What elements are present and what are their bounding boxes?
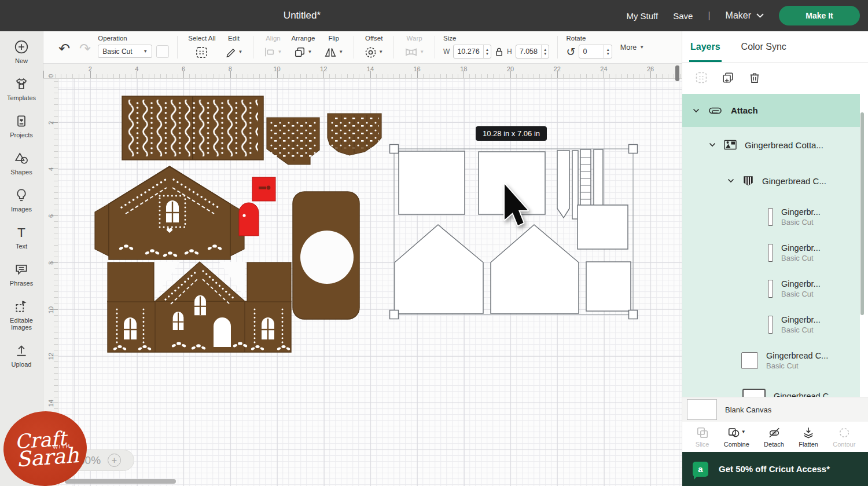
detach-button[interactable]: Detach <box>764 426 784 448</box>
gingerbread-chimney-piece-2[interactable] <box>328 114 381 155</box>
more-button[interactable]: More ▼ <box>620 43 644 52</box>
gingerbread-chimney-piece-1[interactable] <box>267 118 319 165</box>
select-all-button[interactable]: Select All <box>183 31 220 63</box>
arrange-button[interactable]: Arrange ▼ <box>286 31 319 63</box>
white-rect-piece-1[interactable] <box>399 151 465 214</box>
gingerbread-base-piece[interactable] <box>293 192 359 319</box>
width-stepper[interactable]: ▲▼ <box>483 45 491 58</box>
rotate-stepper[interactable]: ▲▼ <box>604 45 611 58</box>
group-row-gingerbread-cottage[interactable]: Gingerbread Cotta... <box>682 127 860 163</box>
lock-icon[interactable] <box>495 47 503 57</box>
horizontal-ruler: 2468101214161820222426 <box>43 64 682 79</box>
shapes-icon <box>14 151 29 166</box>
gingerbread-roof-piece[interactable] <box>122 96 263 160</box>
edit-button[interactable]: Edit ▼ <box>220 31 248 63</box>
layer-row[interactable]: Gingerbread C <box>682 378 860 397</box>
flip-button[interactable]: Flip ▼ <box>319 31 348 63</box>
white-square-piece-1[interactable] <box>578 205 628 249</box>
upload-icon <box>14 343 29 358</box>
gingerbread-gable-piece[interactable] <box>95 166 244 260</box>
machine-select[interactable]: Maker <box>726 10 764 21</box>
selection-handle-bottom-left[interactable] <box>390 310 399 319</box>
height-stepper[interactable]: ▲▼ <box>541 45 549 58</box>
selection-handle-bottom-right[interactable] <box>629 310 638 319</box>
chevron-down-icon[interactable] <box>709 142 716 147</box>
sidebar-item-projects[interactable]: Projects <box>1 114 42 138</box>
combine-button[interactable]: ▼ Combine <box>724 426 749 448</box>
color-swatch[interactable] <box>156 45 169 58</box>
chevron-down-icon[interactable] <box>693 108 700 113</box>
layer-row[interactable]: Gingerbr... Basic Cut <box>682 235 860 271</box>
duplicate-icon[interactable] <box>722 71 734 84</box>
rotate-icon[interactable]: ↺ <box>566 46 575 57</box>
save-link[interactable]: Save <box>673 11 693 21</box>
make-it-button[interactable]: Make It <box>779 6 860 25</box>
sidebar-item-upload[interactable]: Upload <box>1 343 42 368</box>
layer-operation: Basic Cut <box>781 254 821 262</box>
sidebar-item-phrases[interactable]: Phrases <box>1 262 42 287</box>
layer-row[interactable]: Gingerbr... Basic Cut <box>682 271 860 306</box>
undo-button[interactable]: ↶ <box>54 41 75 57</box>
action-label: Slice <box>696 441 709 448</box>
gingerbread-front-piece[interactable] <box>108 262 291 352</box>
vertical-scrollbar[interactable] <box>675 65 679 81</box>
chevron-down-icon: ▼ <box>143 49 148 54</box>
white-house-piece-2[interactable] <box>491 225 579 313</box>
sidebar-item-templates[interactable]: Templates <box>1 76 42 101</box>
slice-button[interactable]: Slice <box>696 426 709 448</box>
warp-button[interactable]: Warp ▼ <box>400 31 429 63</box>
group-label: Gingerbread Cotta... <box>745 140 823 150</box>
layer-row[interactable]: Gingerbr... Basic Cut <box>682 306 860 342</box>
tab-layers[interactable]: Layers <box>690 31 720 62</box>
h-ruler-number: 4 <box>135 65 138 72</box>
red-door-piece[interactable] <box>239 203 259 236</box>
cricut-access-banner[interactable]: a Get 50% off Cricut Access* <box>682 452 868 486</box>
my-stuff-link[interactable]: My Stuff <box>626 11 658 21</box>
align-button[interactable]: Align ▼ <box>259 31 286 63</box>
chevron-down-icon <box>756 13 764 18</box>
selection-handle-top-right[interactable] <box>629 145 638 154</box>
rotate-field[interactable]: 0 ▲▼ <box>579 45 612 59</box>
attach-icon <box>708 106 722 115</box>
flatten-button[interactable]: Flatten <box>799 426 818 448</box>
operation-select[interactable]: Basic Cut ▼ <box>98 45 152 58</box>
trash-icon[interactable] <box>748 71 761 84</box>
zoom-in-button[interactable]: + <box>108 454 121 467</box>
width-field[interactable]: 10.276 ▲▼ <box>453 45 491 59</box>
document-title[interactable]: Untitled* <box>284 10 321 21</box>
sidebar-item-shapes[interactable]: Shapes <box>1 151 42 176</box>
offset-icon <box>365 46 377 59</box>
height-label: H <box>507 47 512 56</box>
chevron-down-icon[interactable] <box>727 178 734 183</box>
selected-white-pieces[interactable] <box>395 149 631 313</box>
tab-color-sync[interactable]: Color Sync <box>741 31 786 62</box>
shirt-icon <box>14 76 29 92</box>
h-ruler-number: 24 <box>600 65 607 72</box>
sidebar-item-images[interactable]: Images <box>1 188 42 213</box>
blank-canvas-row[interactable]: Blank Canvas <box>682 397 868 422</box>
layers-list: Attach Gingerbread Cotta... Gingerbread … <box>682 94 860 397</box>
sidebar-item-label: Editable Images <box>1 317 42 331</box>
red-square-piece[interactable] <box>252 177 275 201</box>
width-label: W <box>443 47 450 56</box>
action-icon <box>838 426 851 439</box>
sidebar-item-text[interactable]: Text <box>1 225 42 250</box>
group-row-gingerbread-subgroup[interactable]: Gingerbread C... <box>682 163 860 199</box>
attach-group-header[interactable]: Attach <box>682 94 860 127</box>
sidebar-item-new[interactable]: New <box>1 39 42 64</box>
white-square-piece-2[interactable] <box>586 262 631 311</box>
redo-button[interactable]: ↷ <box>75 41 95 57</box>
sidebar-item-editable-images[interactable]: Editable Images <box>1 299 42 331</box>
horizontal-scrollbar[interactable] <box>65 479 176 484</box>
contour-button[interactable]: Contour <box>833 426 855 448</box>
width-value: 10.276 <box>454 47 483 56</box>
height-field[interactable]: 7.058 ▲▼ <box>516 45 550 59</box>
white-house-piece-1[interactable] <box>395 225 483 313</box>
layer-row[interactable]: Gingerbr... Basic Cut <box>682 199 860 235</box>
group-select-icon[interactable] <box>695 71 708 84</box>
white-strip-piece-1[interactable] <box>557 151 569 218</box>
selection-handle-top-left[interactable] <box>390 145 399 154</box>
offset-button[interactable]: Offset ▼ <box>360 31 388 63</box>
layer-row[interactable]: Gingerbread C... Basic Cut <box>682 342 860 378</box>
layers-scrollbar[interactable] <box>860 112 864 315</box>
